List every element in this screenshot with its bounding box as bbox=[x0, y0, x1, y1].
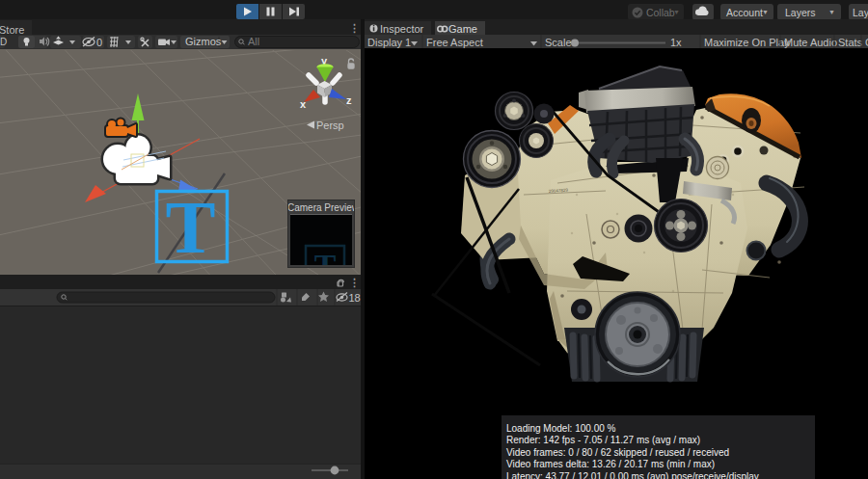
svg-text:1x: 1x bbox=[670, 37, 682, 48]
svg-text:18: 18 bbox=[349, 292, 361, 304]
svg-text:Gizmos: Gizmos bbox=[185, 36, 222, 47]
svg-text:T: T bbox=[314, 248, 337, 265]
svg-text:z: z bbox=[346, 94, 352, 106]
svg-text:Maximize On Play: Maximize On Play bbox=[704, 37, 790, 48]
svg-text:Scale: Scale bbox=[545, 37, 572, 48]
svg-text:Display 1: Display 1 bbox=[367, 37, 411, 48]
svg-text:D: D bbox=[0, 37, 7, 47]
svg-text:0: 0 bbox=[96, 37, 102, 48]
svg-text:T: T bbox=[165, 185, 215, 269]
svg-text:Persp: Persp bbox=[316, 120, 344, 131]
svg-text:x: x bbox=[300, 98, 307, 110]
svg-text:Stats: Stats bbox=[838, 37, 863, 48]
svg-text:Mute Audio: Mute Audio bbox=[784, 37, 837, 48]
svg-text:Free Aspect: Free Aspect bbox=[426, 37, 483, 48]
svg-text:All: All bbox=[248, 36, 259, 47]
